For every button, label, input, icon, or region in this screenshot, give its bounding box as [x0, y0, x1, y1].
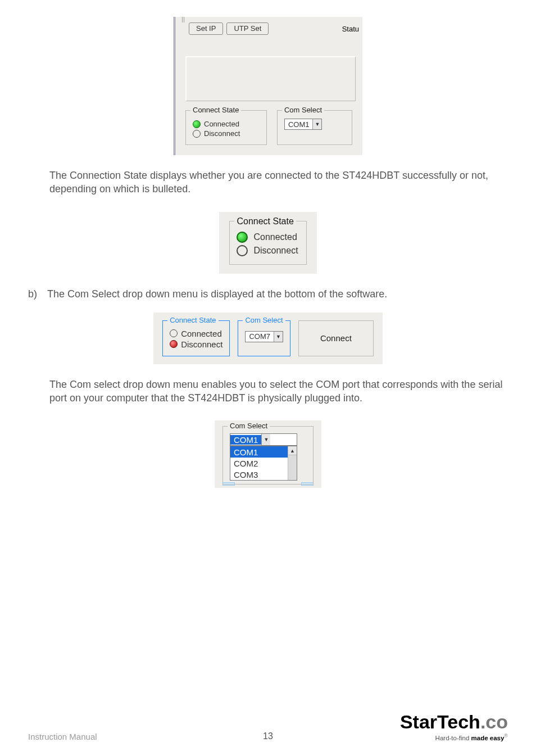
connect-state-group: Connect State Connected Disconnect — [162, 320, 230, 356]
connect-state-legend: Connect State — [190, 106, 241, 114]
led-disconnect-icon — [170, 340, 178, 348]
list-text-b: The Com Select drop down menu is display… — [47, 288, 387, 300]
registered-icon: ® — [504, 733, 508, 739]
chevron-down-icon[interactable]: ▼ — [274, 332, 283, 342]
com-select-dropdown[interactable]: COM1 ▼ — [284, 119, 322, 130]
com-select-dropdown[interactable]: COM1 ▼ — [230, 433, 297, 446]
list-marker-b: b) — [28, 288, 43, 300]
connect-button[interactable]: Connect — [298, 320, 374, 356]
label-connected: Connected — [253, 232, 297, 242]
led-connected-icon — [237, 232, 248, 243]
led-connected-icon — [193, 120, 201, 128]
com-select-legend: Com Select — [243, 316, 285, 324]
window-notch — [182, 17, 184, 22]
brand-logo: StarTech.co Hard-to-find made easy® — [400, 712, 508, 741]
label-connected: Connected — [204, 120, 239, 128]
brand-part-c: .co — [480, 711, 508, 732]
com-select-listbox[interactable]: COM1 COM2 COM3 ▲ — [230, 446, 297, 481]
list-item[interactable]: COM3 — [230, 469, 297, 480]
connect-button-label: Connect — [320, 333, 352, 343]
paragraph: The Connection State displays whether yo… — [49, 169, 508, 196]
brand-part-b: Tech — [437, 711, 480, 732]
label-disconnect: Disconnect — [253, 246, 298, 256]
figure-connect-state-closeup: Connect State Connected Disconnect — [219, 212, 316, 274]
tab-status-clipped[interactable]: Statu — [342, 25, 362, 33]
com-select-group: Com Select COM7 ▼ — [238, 320, 290, 356]
com-select-value: COM1 — [230, 435, 261, 445]
label-connected: Connected — [181, 329, 222, 338]
tagline-a: Hard-to-find — [435, 735, 471, 741]
chevron-down-icon[interactable]: ▼ — [261, 434, 270, 445]
figure-com-select-row: Connect State Connected Disconnect Com S… — [153, 313, 383, 364]
figure-toolbar-and-state: Set IP UTP Set Statu Connect State Conne… — [174, 17, 362, 155]
tagline-b: made easy — [471, 735, 505, 741]
led-disconnect-icon — [237, 245, 248, 256]
com-select-value: COM1 — [285, 120, 313, 129]
chevron-down-icon[interactable]: ▼ — [312, 119, 321, 129]
com-select-dropdown[interactable]: COM7 ▼ — [245, 331, 283, 342]
scrollbar[interactable]: ▲ — [288, 446, 297, 480]
content-panel — [185, 56, 356, 101]
list-item[interactable]: COM2 — [230, 458, 297, 469]
connect-state-group: Connect State Connected Disconnect — [185, 110, 267, 145]
tab-utp-set[interactable]: UTP Set — [226, 22, 269, 35]
page-number: 13 — [263, 731, 273, 741]
scroll-track[interactable] — [288, 455, 297, 480]
led-connected-icon — [170, 329, 178, 337]
brand-part-a: Star — [400, 711, 437, 732]
connect-state-legend: Connect State — [167, 316, 218, 324]
footer-instruction-manual: Instruction Manual — [28, 732, 97, 741]
com-select-value: COM7 — [246, 332, 274, 341]
figure-com-select-open: Com Select COM1 ▼ COM1 COM2 COM3 ▲ — [215, 420, 321, 488]
list-item[interactable]: COM1 — [230, 446, 297, 458]
com-select-legend: Com Select — [282, 106, 324, 114]
connect-state-legend: Connect State — [234, 216, 296, 227]
com-select-group: Com Select COM1 ▼ — [277, 110, 352, 145]
com-select-legend: Com Select — [228, 422, 270, 430]
tab-set-ip[interactable]: Set IP — [189, 22, 223, 35]
label-disconnect: Disconnect — [181, 339, 222, 349]
chevron-up-icon[interactable]: ▲ — [288, 446, 297, 455]
led-disconnect-icon — [193, 130, 201, 138]
paragraph: The Com select drop down menu enables yo… — [49, 378, 508, 405]
label-disconnect: Disconnect — [204, 129, 240, 138]
